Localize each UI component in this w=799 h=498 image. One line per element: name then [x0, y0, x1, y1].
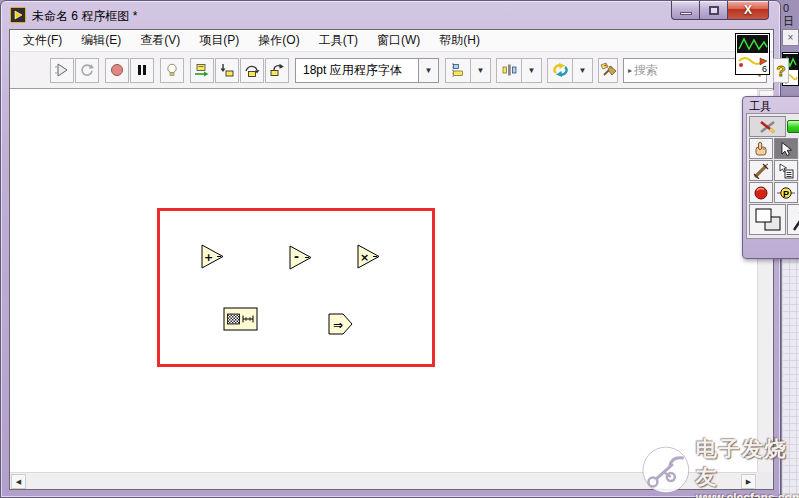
scrollbar-corner — [757, 472, 773, 489]
step-out-button[interactable] — [265, 58, 289, 83]
align-objects-icon — [445, 58, 471, 83]
automatic-tool-selection-button[interactable] — [749, 116, 786, 137]
search-scope-icon[interactable]: ▸ — [628, 66, 632, 75]
clean-up-diagram-button[interactable] — [598, 58, 618, 83]
svg-text:×: × — [360, 251, 369, 264]
distribute-dropdown-arrow-icon: ▼ — [522, 58, 542, 83]
menu-edit[interactable]: 编辑(E) — [74, 29, 128, 52]
close-icon: X — [744, 3, 752, 17]
object-shortcut-menu-tool[interactable] — [774, 160, 798, 181]
horizontal-scrollbar[interactable]: ◀ ▶ — [10, 472, 757, 489]
paint-brush-icon — [791, 207, 799, 233]
svg-text:P: P — [783, 188, 789, 198]
step-out-icon — [269, 62, 285, 78]
client-area: 文件(F) 编辑(E) 查看(V) 项目(P) 操作(O) 工具(T) 窗口(W… — [9, 29, 774, 490]
retain-wire-values-button[interactable] — [190, 58, 214, 83]
maximize-button[interactable] — [699, 1, 727, 20]
minimize-icon — [680, 12, 692, 15]
abort-stop-icon — [109, 62, 125, 78]
pause-icon — [134, 62, 150, 78]
svg-text:+: + — [204, 251, 213, 264]
step-over-icon — [244, 62, 260, 78]
font-selector-value: 18pt 应用程序字体 — [295, 58, 419, 83]
svg-text:⇒: ⇒ — [333, 318, 343, 332]
subtract-function-node[interactable]: - — [289, 245, 312, 270]
menu-project[interactable]: 项目(P) — [192, 29, 246, 52]
arrow-cursor-icon — [778, 141, 794, 157]
get-color-tool[interactable] — [749, 204, 786, 235]
window-title: 未命名 6 程序框图 * — [32, 8, 137, 25]
run-continuously-button[interactable] — [75, 58, 99, 83]
vi-icon-panel[interactable]: 6 — [735, 33, 770, 75]
labview-block-diagram-window: 未命名 6 程序框图 * X 文件(F) 编辑(E) 查看(V) 项目(P) 操… — [0, 0, 781, 498]
scroll-left-arrow[interactable]: ◀ — [11, 474, 26, 489]
svg-text:?: ? — [776, 62, 785, 79]
font-selector[interactable]: 18pt 应用程序字体 ▼ — [295, 58, 439, 83]
broom-icon — [599, 62, 617, 79]
align-objects-dropdown[interactable]: ▼ — [445, 58, 491, 83]
menu-help[interactable]: 帮助(H) — [432, 29, 487, 52]
tools-palette[interactable]: 工具 — [742, 96, 799, 259]
probe-data-tool[interactable]: P — [774, 182, 798, 203]
light-bulb-icon — [164, 62, 180, 78]
help-question-icon: ? — [774, 62, 788, 79]
pause-button[interactable] — [130, 58, 154, 83]
menu-view[interactable]: 查看(V) — [133, 29, 187, 52]
set-color-brush-tool[interactable] — [787, 204, 799, 235]
add-function-node[interactable]: + — [201, 244, 224, 269]
reorder-dropdown[interactable]: ▼ — [547, 58, 593, 83]
maximize-icon — [709, 6, 719, 15]
background-window-close-fragment: × — [782, 29, 799, 46]
retain-wire-values-icon — [194, 62, 210, 78]
menu-window[interactable]: 窗口(W) — [370, 29, 427, 52]
scroll-right-arrow[interactable]: ▶ — [741, 474, 756, 489]
menu-operate[interactable]: 操作(O) — [251, 29, 306, 52]
caption-buttons: X — [671, 1, 769, 20]
step-over-button[interactable] — [240, 58, 264, 83]
help-button[interactable]: ? — [773, 58, 789, 83]
vi-window-icon — [10, 7, 26, 23]
convert-function-node[interactable]: ⇒ — [328, 313, 353, 335]
tools-palette-body: P — [746, 113, 799, 239]
set-clear-breakpoint-tool[interactable] — [749, 182, 773, 203]
run-continuously-icon — [79, 62, 95, 78]
highlight-execution-button[interactable] — [160, 58, 184, 83]
breakpoint-stop-icon — [753, 185, 769, 201]
position-size-select-tool[interactable] — [774, 138, 798, 159]
run-button[interactable] — [50, 58, 74, 83]
wire-spool-icon — [753, 163, 769, 179]
search-input[interactable] — [634, 63, 747, 77]
abort-execution-button[interactable] — [105, 58, 129, 83]
auto-select-led-indicator[interactable] — [787, 120, 799, 133]
align-dropdown-arrow-icon: ▼ — [471, 58, 491, 83]
distribute-objects-dropdown[interactable]: ▼ — [496, 58, 542, 83]
menu-tools[interactable]: 工具(T) — [312, 29, 365, 52]
reorder-dropdown-arrow-icon: ▼ — [573, 58, 593, 83]
titlebar[interactable]: 未命名 6 程序框图 * X — [1, 1, 780, 29]
connect-wire-tool[interactable] — [749, 160, 773, 181]
run-arrow-icon — [54, 62, 70, 78]
font-dropdown-arrow-icon[interactable]: ▼ — [419, 58, 439, 83]
step-into-button[interactable] — [215, 58, 239, 83]
distribute-objects-icon — [496, 58, 522, 83]
canvas-wrap: + - × — [10, 89, 773, 489]
tools-palette-title[interactable]: 工具 — [746, 98, 799, 113]
hand-icon — [753, 141, 769, 157]
close-button[interactable]: X — [727, 1, 769, 20]
multiply-function-node[interactable]: × — [357, 244, 380, 269]
desktop: 0日 × 未命名 6 程序框图 * X — [0, 0, 799, 498]
background-window-date-fragment: 0日 — [783, 2, 799, 29]
minimize-button[interactable] — [671, 1, 699, 20]
menu-bar: 文件(F) 编辑(E) 查看(V) 项目(P) 操作(O) 工具(T) 窗口(W… — [10, 30, 773, 52]
step-into-icon — [219, 62, 235, 78]
string-length-function-node[interactable] — [223, 307, 258, 331]
menu-file[interactable]: 文件(F) — [16, 29, 69, 52]
crossed-tools-icon — [758, 119, 778, 135]
color-squares-icon — [753, 207, 783, 233]
block-diagram-canvas[interactable]: + - × — [10, 89, 757, 472]
toolbar: 18pt 应用程序字体 ▼ ▼ — [10, 52, 773, 89]
svg-text:-: - — [294, 250, 299, 264]
probe-icon: P — [777, 185, 795, 201]
operate-value-tool[interactable] — [749, 138, 773, 159]
vi-number: 6 — [762, 64, 767, 74]
